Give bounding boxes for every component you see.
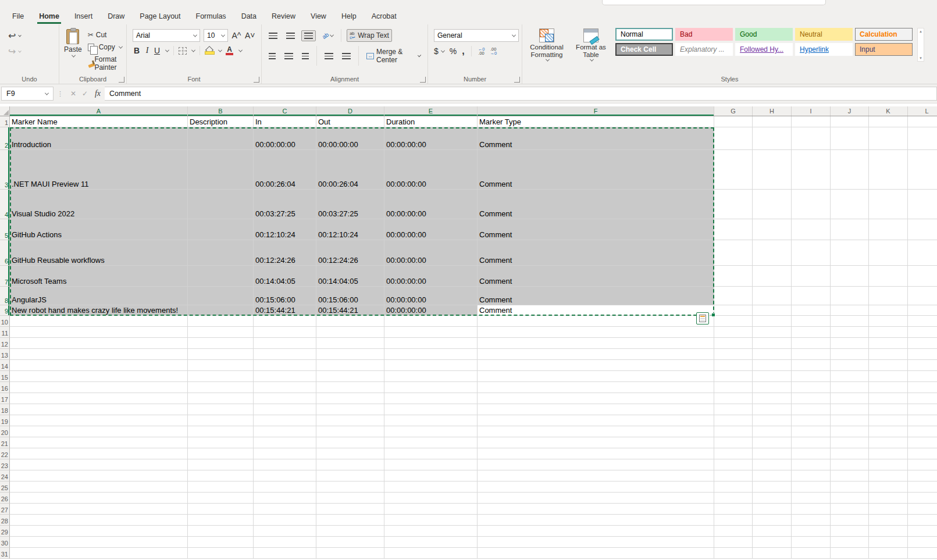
cell-C8[interactable]: 00:15:06:00 [254,287,316,305]
cell-J12[interactable] [831,338,869,349]
cell-I6[interactable] [792,240,831,266]
cell-L2[interactable] [908,127,937,150]
cell-B2[interactable] [188,127,254,150]
cell-J24[interactable] [831,470,869,481]
tab-insert[interactable]: Insert [68,10,99,24]
cell-I31[interactable] [792,548,831,559]
cell-J2[interactable] [831,127,869,150]
cell-K1[interactable] [869,116,908,127]
cell-L22[interactable] [908,448,937,459]
cell-G10[interactable] [714,316,753,327]
cell-J11[interactable] [831,327,869,338]
cell-F14[interactable] [478,360,714,371]
row-header-22[interactable]: 22 [0,448,10,459]
cell-A22[interactable] [10,448,188,459]
cell-B10[interactable] [188,316,254,327]
cell-G5[interactable] [714,219,753,240]
middle-align-button[interactable] [284,31,297,41]
percent-button[interactable]: % [450,47,457,56]
cell-H19[interactable] [753,415,792,426]
cell-C2[interactable]: 00:00:00:00 [254,127,316,150]
cell-B13[interactable] [188,349,254,360]
cell-H6[interactable] [753,240,792,266]
decrease-decimal-button[interactable]: .00→0 [490,47,497,55]
cell-A24[interactable] [10,470,188,481]
styles-gallery-scrollbar[interactable]: ▲▼ [917,28,924,62]
cell-G2[interactable] [714,127,753,150]
cell-I12[interactable] [792,338,831,349]
cell-G6[interactable] [714,240,753,266]
cell-J29[interactable] [831,526,869,537]
paste-button[interactable]: Paste [64,28,82,73]
row-header-23[interactable]: 23 [0,459,10,470]
cell-G23[interactable] [714,459,753,470]
cell-J28[interactable] [831,515,869,526]
cell-K11[interactable] [869,327,908,338]
cell-K2[interactable] [869,127,908,150]
cell-I1[interactable] [792,116,831,127]
cell-J14[interactable] [831,360,869,371]
cell-K9[interactable] [869,305,908,316]
cell-D28[interactable] [316,515,384,526]
cell-L15[interactable] [908,371,937,382]
cell-G8[interactable] [714,287,753,305]
cell-I26[interactable] [792,493,831,504]
cell-G7[interactable] [714,266,753,287]
cell-C28[interactable] [254,515,316,526]
cell-L23[interactable] [908,459,937,470]
cell-D23[interactable] [316,459,384,470]
select-all-corner[interactable] [0,106,10,116]
cell-A30[interactable] [10,537,188,548]
cell-I16[interactable] [792,382,831,393]
cell-F24[interactable] [478,470,714,481]
cell-L30[interactable] [908,537,937,548]
cell-J20[interactable] [831,426,869,437]
font-color-chevron-icon[interactable] [238,48,243,52]
number-format-combo[interactable]: General [434,29,519,42]
wrap-text-button[interactable]: abc↵ Wrap Text [347,29,392,42]
undo-button[interactable]: ↩ [8,30,51,41]
cell-L20[interactable] [908,426,937,437]
copy-chevron-icon[interactable] [119,44,123,48]
cell-H4[interactable] [753,190,792,219]
cell-J27[interactable] [831,504,869,515]
style-chip-followed-hy[interactable]: Followed Hy... [735,43,793,56]
column-header-C[interactable]: C [254,106,316,116]
cell-J26[interactable] [831,493,869,504]
format-painter-button[interactable]: Format Painter [85,54,124,73]
cell-K27[interactable] [869,504,908,515]
cell-B5[interactable] [188,219,254,240]
cell-D11[interactable] [316,327,384,338]
cell-G1[interactable] [714,116,753,127]
cell-G25[interactable] [714,481,753,493]
cell-C9[interactable]: 00:15:44:21 [254,305,316,316]
cell-F16[interactable] [478,382,714,393]
cell-A20[interactable] [10,426,188,437]
cell-A23[interactable] [10,459,188,470]
cell-K24[interactable] [869,470,908,481]
cell-G26[interactable] [714,493,753,504]
cell-D4[interactable]: 00:03:27:25 [316,190,384,219]
cell-J22[interactable] [831,448,869,459]
row-header-9[interactable]: 9 [0,305,10,316]
cell-E23[interactable] [384,459,478,470]
cell-D12[interactable] [316,338,384,349]
column-header-F[interactable]: F [478,106,714,116]
cell-C31[interactable] [254,548,316,559]
cell-E4[interactable]: 00:00:00:00 [384,190,478,219]
cell-K6[interactable] [869,240,908,266]
cell-I17[interactable] [792,393,831,404]
currency-button[interactable]: $ [434,47,439,56]
cell-B12[interactable] [188,338,254,349]
cell-B1[interactable]: Description [188,116,254,127]
redo-button[interactable]: ↪ [8,46,51,57]
tab-view[interactable]: View [304,10,333,24]
cell-B11[interactable] [188,327,254,338]
cell-F20[interactable] [478,426,714,437]
cell-K8[interactable] [869,287,908,305]
alignment-dialog-launcher-icon[interactable] [420,77,426,83]
cell-G16[interactable] [714,382,753,393]
cell-J6[interactable] [831,240,869,266]
cell-B28[interactable] [188,515,254,526]
cell-F23[interactable] [478,459,714,470]
